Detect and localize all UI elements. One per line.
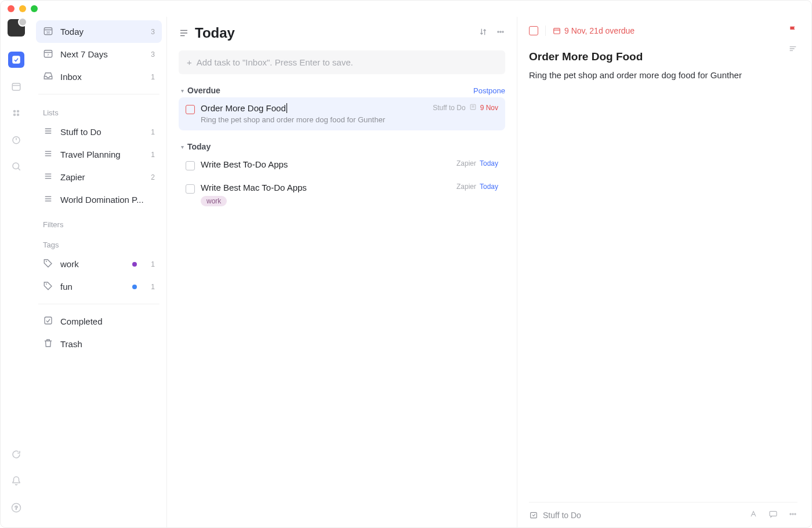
- svg-rect-43: [554, 28, 560, 34]
- svg-text:?: ?: [14, 505, 17, 511]
- task-parent-list[interactable]: Stuff to Do: [543, 511, 581, 520]
- svg-rect-0: [12, 56, 20, 64]
- sidebar-item-label: Today: [60, 27, 84, 37]
- chevron-down-icon: ▾: [181, 88, 184, 94]
- sidebar-item-label: Travel Planning: [60, 150, 121, 159]
- task-row[interactable]: Write Best Mac To-Do AppsworkZapierToday: [179, 177, 505, 213]
- move-list-icon[interactable]: [529, 511, 538, 520]
- close-window-icon[interactable]: [8, 5, 14, 12]
- task-title: Order More Dog Food: [201, 103, 427, 113]
- font-icon[interactable]: [749, 509, 758, 520]
- sidebar-list-item[interactable]: Stuff to Do1: [36, 121, 162, 143]
- sidebar-item-label: World Domination P...: [60, 195, 144, 205]
- postpone-button[interactable]: Postpone: [473, 86, 505, 95]
- search-icon[interactable]: [8, 158, 24, 174]
- task-title: Write Best To-Do Apps: [201, 159, 451, 169]
- sidebar-item-label: Inbox: [60, 72, 82, 82]
- tag-icon: [43, 258, 53, 270]
- sidebar-item-completed[interactable]: Completed: [36, 310, 162, 333]
- avatar[interactable]: [8, 19, 25, 37]
- task-row[interactable]: Order More Dog FoodRing the pet shop and…: [179, 97, 505, 130]
- list-settings-icon[interactable]: [179, 28, 189, 38]
- svg-point-50: [790, 514, 791, 515]
- svg-point-32: [46, 283, 47, 285]
- sidebar-list-item[interactable]: Travel Planning1: [36, 143, 162, 166]
- sidebar-item-label: Completed: [60, 316, 103, 326]
- svg-point-3: [13, 110, 16, 113]
- item-count: 3: [151, 50, 155, 59]
- chevron-down-icon: ▾: [181, 144, 184, 150]
- minimize-window-icon[interactable]: [19, 5, 26, 12]
- svg-point-5: [13, 114, 16, 116]
- inbox-icon: [43, 71, 53, 83]
- task-group-header[interactable]: ▾OverduePostpone: [181, 86, 505, 95]
- pomo-module-icon[interactable]: [8, 132, 24, 148]
- apps-module-icon[interactable]: [8, 105, 24, 121]
- tag-color-dot: [132, 262, 137, 267]
- priority-flag-icon[interactable]: [788, 25, 798, 37]
- svg-point-51: [792, 514, 793, 515]
- add-task-input[interactable]: + Add task to "Inbox". Press Enter to sa…: [179, 50, 505, 74]
- item-count: 1: [151, 73, 155, 81]
- sidebar-item-label: Zapier: [60, 172, 85, 182]
- sidebar-list-item[interactable]: Zapier2: [36, 166, 162, 188]
- svg-point-6: [17, 114, 20, 116]
- item-count: 3: [151, 28, 155, 36]
- task-title: Write Best Mac To-Do Apps: [201, 183, 451, 192]
- sidebar-item-today[interactable]: 30Today3: [36, 20, 162, 43]
- more-icon[interactable]: [788, 509, 798, 520]
- sidebar-item-next7[interactable]: 7Next 7 Days3: [36, 43, 162, 65]
- svg-rect-49: [770, 511, 777, 516]
- window-controls[interactable]: [1, 1, 811, 17]
- calendar-today-icon: 30: [43, 26, 53, 38]
- tag-icon: [43, 281, 53, 293]
- more-icon[interactable]: [496, 27, 505, 39]
- svg-rect-33: [45, 317, 52, 324]
- plus-icon: +: [187, 57, 192, 67]
- comment-icon[interactable]: [768, 509, 778, 520]
- sort-icon[interactable]: [478, 27, 488, 39]
- task-list-label: Zapier: [456, 159, 476, 167]
- task-title[interactable]: Order More Dog Food: [529, 50, 643, 63]
- tasks-module-icon[interactable]: [8, 52, 24, 68]
- svg-point-4: [17, 110, 20, 113]
- task-row[interactable]: Write Best To-Do AppsZapierToday: [179, 154, 505, 177]
- task-list-label: Stuff to Do: [433, 104, 465, 112]
- notifications-icon[interactable]: [8, 473, 24, 489]
- svg-point-52: [795, 514, 796, 515]
- task-complete-checkbox[interactable]: [529, 26, 538, 35]
- sidebar-item-label: Stuff to Do: [60, 127, 102, 137]
- sidebar-tag-item[interactable]: fun1: [36, 275, 162, 298]
- task-date: Today: [480, 183, 498, 191]
- outline-icon[interactable]: [788, 44, 798, 56]
- task-date: Today: [480, 159, 498, 167]
- sidebar-tag-item[interactable]: work1: [36, 253, 162, 275]
- svg-rect-1: [12, 83, 20, 90]
- task-subtitle: Ring the pet shop and order more dog foo…: [201, 115, 427, 124]
- sidebar-item-trash[interactable]: Trash: [36, 333, 162, 355]
- sync-icon[interactable]: [8, 446, 24, 463]
- task-list-pane: Today + Add task to "Inbox". Press Enter…: [167, 17, 517, 527]
- task-meta: Stuff to Do9 Nov: [433, 103, 498, 112]
- group-title: Overdue: [187, 86, 220, 95]
- sidebar-list-item[interactable]: World Domination P...: [36, 188, 162, 211]
- sidebar-item-inbox[interactable]: Inbox1: [36, 65, 162, 88]
- task-date-button[interactable]: 9 Nov, 21d overdue: [553, 26, 635, 35]
- task-group-header[interactable]: ▾Today: [181, 142, 505, 151]
- add-task-placeholder: Add task to "Inbox". Press Enter to save…: [197, 57, 353, 67]
- task-description[interactable]: Ring the pet shop and order more dog foo…: [529, 69, 798, 81]
- page-title: Today: [195, 25, 235, 41]
- task-checkbox[interactable]: [186, 161, 195, 170]
- task-checkbox[interactable]: [186, 184, 195, 194]
- help-icon[interactable]: ?: [8, 500, 24, 516]
- task-checkbox[interactable]: [186, 105, 195, 114]
- svg-point-31: [46, 261, 47, 262]
- maximize-window-icon[interactable]: [31, 5, 38, 12]
- sidebar: 30Today37Next 7 Days3Inbox1 Lists Stuff …: [32, 17, 167, 527]
- group-title: Today: [187, 142, 211, 151]
- note-icon: [469, 103, 477, 112]
- svg-text:7: 7: [47, 53, 49, 57]
- task-tag[interactable]: work: [201, 196, 227, 206]
- filters-header: Filters: [43, 220, 160, 229]
- calendar-module-icon[interactable]: [8, 78, 24, 94]
